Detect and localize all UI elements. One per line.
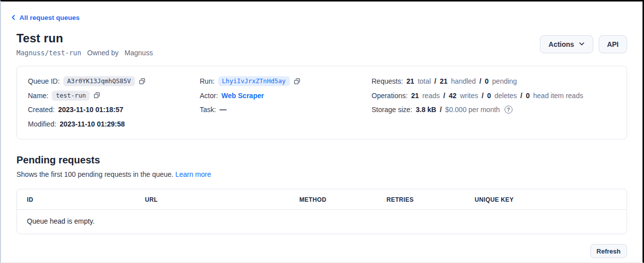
separator: / [482, 92, 484, 100]
actor-row: Actor: Web Scraper [200, 91, 372, 101]
table-footer: Refresh [16, 244, 627, 258]
requests-handled-num: 21 [440, 77, 448, 85]
actions-button-label: Actions [548, 40, 574, 48]
created-value: 2023-11-10 01:18:57 [58, 106, 124, 114]
pending-requests-table: ID URL METHOD RETRIES UNIQUE KEY Queue h… [16, 189, 627, 234]
operations-label: Operations: [372, 92, 407, 100]
help-icon[interactable]: ? [505, 106, 513, 114]
pending-requests-title: Pending requests [16, 154, 627, 166]
actor-label: Actor: [200, 92, 218, 100]
separator: / [434, 77, 436, 85]
info-column-identity: Queue ID: A3r0YK13JqmhQS85V Name: test-r… [28, 76, 200, 133]
description-text: Shows the first 100 pending requests in … [16, 170, 173, 178]
run-id-link[interactable]: LhyiIvJrxZTnHd5ay [218, 76, 290, 86]
learn-more-link[interactable]: Learn more [175, 170, 211, 178]
column-header-url: URL [145, 189, 299, 209]
name-value: test-run [52, 91, 90, 101]
copy-queue-id-icon[interactable] [138, 78, 146, 85]
breadcrumb-all-request-queues[interactable]: All request queues [10, 14, 80, 21]
chevron-left-icon [10, 14, 16, 20]
queue-info-card: Queue ID: A3r0YK13JqmhQS85V Name: test-r… [16, 66, 627, 139]
operations-writes-num: 42 [449, 92, 457, 100]
requests-pending-num: 0 [485, 77, 489, 85]
operations-deletes-num: 0 [487, 92, 491, 100]
operations-writes-unit: writes [460, 92, 478, 100]
operations-row: Operations: 21 reads / 42 writes / 0 del… [372, 91, 616, 101]
name-row: Name: test-run [28, 91, 200, 101]
header-buttons: Actions API [540, 35, 627, 53]
separator: / [479, 77, 481, 85]
operations-head-item-reads-num: 0 [526, 92, 530, 100]
requests-pending-unit: pending [492, 77, 517, 85]
operations-deletes-unit: deletes [495, 92, 517, 100]
column-header-unique-key: UNIQUE KEY [475, 189, 627, 209]
created-label: Created: [28, 106, 55, 114]
operations-head-item-reads-unit: head item reads [533, 92, 583, 100]
info-column-origin: Run: LhyiIvJrxZTnHd5ay Actor: Web Scrape… [200, 76, 372, 133]
actor-link[interactable]: Web Scraper [222, 92, 264, 100]
copy-name-icon[interactable] [93, 92, 101, 99]
table-empty-message: Queue head is empty. [17, 210, 627, 234]
requests-handled-unit: handled [451, 77, 476, 85]
separator: / [520, 92, 522, 100]
separator: / [440, 106, 442, 114]
api-button-label: API [607, 40, 619, 48]
queue-id-value: A3r0YK13JqmhQS85V [63, 76, 135, 86]
column-header-method: METHOD [299, 189, 386, 209]
actions-button[interactable]: Actions [540, 35, 593, 53]
task-value: — [220, 106, 227, 114]
requests-total-num: 21 [406, 77, 414, 85]
storage-cost-value: $0.000 per month [445, 106, 500, 114]
breadcrumb-label: All request queues [19, 14, 80, 21]
modified-label: Modified: [28, 120, 56, 128]
queue-path: Magnuss/test-run [16, 49, 81, 57]
task-row: Task: — [200, 105, 372, 115]
title-block: Test run Magnuss/test-run Owned by Magnu… [16, 31, 153, 57]
requests-row: Requests: 21 total / 21 handled / 0 pend… [372, 76, 616, 86]
task-label: Task: [200, 106, 216, 114]
run-label: Run: [200, 77, 215, 85]
operations-reads-num: 21 [411, 92, 419, 100]
requests-label: Requests: [372, 77, 403, 85]
copy-run-id-icon[interactable] [293, 78, 301, 85]
queue-id-row: Queue ID: A3r0YK13JqmhQS85V [28, 76, 200, 86]
pending-requests-description: Shows the first 100 pending requests in … [16, 170, 627, 178]
modified-value: 2023-11-10 01:29:58 [60, 120, 125, 128]
column-header-id: ID [17, 189, 145, 209]
page-title: Test run [16, 31, 153, 45]
run-row: Run: LhyiIvJrxZTnHd5ay [200, 76, 372, 86]
refresh-button[interactable]: Refresh [590, 244, 627, 258]
column-header-retries: RETRIES [386, 189, 475, 209]
storage-size-label: Storage size: [372, 106, 412, 114]
operations-reads-unit: reads [422, 92, 440, 100]
page-subtitle: Magnuss/test-run Owned by Magnuss [16, 49, 153, 57]
queue-id-label: Queue ID: [28, 77, 60, 85]
separator: / [443, 92, 445, 100]
owned-by-label: Owned by [87, 49, 119, 57]
requests-total-unit: total [418, 77, 431, 85]
owner-name: Magnuss [125, 49, 153, 57]
chevron-down-icon [579, 40, 585, 48]
storage-size-value: 3.8 kB [416, 106, 436, 114]
modified-row: Modified: 2023-11-10 01:29:58 [28, 119, 200, 129]
name-label: Name: [28, 92, 48, 100]
storage-size-row: Storage size: 3.8 kB / $0.000 per month … [372, 105, 616, 115]
page-header: Test run Magnuss/test-run Owned by Magnu… [16, 31, 627, 57]
created-row: Created: 2023-11-10 01:18:57 [28, 105, 200, 115]
info-column-stats: Requests: 21 total / 21 handled / 0 pend… [372, 76, 616, 133]
table-header-row: ID URL METHOD RETRIES UNIQUE KEY [17, 189, 627, 210]
request-queue-page: All request queues Test run Magnuss/test… [0, 0, 644, 263]
api-button[interactable]: API [599, 35, 627, 53]
